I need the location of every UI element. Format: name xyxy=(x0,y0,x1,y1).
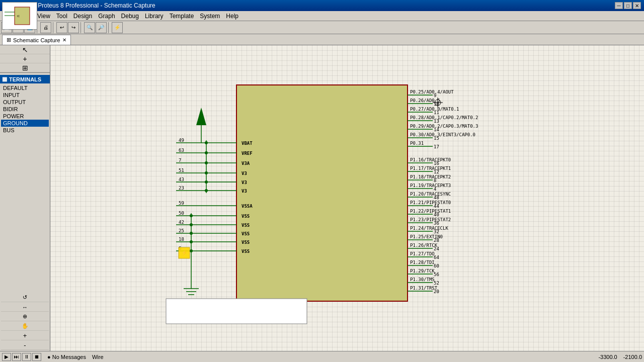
separator-2 xyxy=(53,22,55,33)
print-button[interactable]: 🖨 xyxy=(40,22,51,33)
zoom-area-tool[interactable]: ⊕ xyxy=(1,312,49,321)
maximize-button[interactable]: □ xyxy=(624,2,632,9)
terminal-item-bus[interactable]: BUS xyxy=(1,127,49,134)
svg-text:7: 7 xyxy=(179,158,181,163)
svg-text:VBAT: VBAT xyxy=(242,141,253,146)
menu-item-library[interactable]: Library xyxy=(142,11,167,21)
terminals-header: ▦ TERMINALS xyxy=(0,75,50,83)
svg-text:P0.31: P0.31 xyxy=(410,141,424,146)
svg-text:36: 36 xyxy=(434,221,439,226)
svg-text:P0.30/AD0.3/EINT3/CAP0.0: P0.30/AD0.3/EINT3/CAP0.0 xyxy=(410,132,475,137)
mode-text: Wire xyxy=(92,354,104,360)
svg-text:63: 63 xyxy=(179,148,184,153)
pan-tool[interactable]: ✋ xyxy=(1,322,49,331)
svg-text:V3: V3 xyxy=(242,189,247,194)
rotate-tool[interactable]: ↺ xyxy=(1,293,49,302)
wire-tool[interactable]: ⊞ xyxy=(0,63,50,72)
menu-item-graph[interactable]: Graph xyxy=(95,11,118,21)
svg-text:V3: V3 xyxy=(242,171,247,176)
svg-text:P0.25/AD0.4/AOUT: P0.25/AD0.4/AOUT xyxy=(410,89,454,95)
menu-item-design[interactable]: Design xyxy=(70,11,95,21)
terminal-item-ground[interactable]: GROUND xyxy=(1,120,49,127)
stop-button[interactable]: ⏹ xyxy=(32,353,41,361)
svg-text:P1.21/PIPESTAT0: P1.21/PIPESTAT0 xyxy=(410,200,451,205)
svg-text:15: 15 xyxy=(434,136,439,141)
svg-text:VSS: VSS xyxy=(242,214,250,219)
side-tools: ↺ ↔ ⊕ ✋ + - xyxy=(0,292,50,351)
separator-4 xyxy=(108,22,110,33)
svg-text:12: 12 xyxy=(434,169,439,174)
minus-tool[interactable]: - xyxy=(1,341,49,350)
step-button[interactable]: ⏭ xyxy=(12,353,21,361)
svg-text:P1.16/TRACEPKT0: P1.16/TRACEPKT0 xyxy=(410,157,451,162)
terminal-item-power[interactable]: POWER xyxy=(1,113,49,120)
mini-preview: IC xyxy=(2,2,37,30)
svg-text:13: 13 xyxy=(434,119,439,124)
svg-text:VSS: VSS xyxy=(242,249,250,254)
play-button[interactable]: ▶ xyxy=(2,353,11,361)
redo-button[interactable]: ↪ xyxy=(68,22,79,33)
plus-tool[interactable]: + xyxy=(1,331,49,340)
svg-text:59: 59 xyxy=(179,201,184,206)
toolbar: 📄 📂 💾 🖨 ↩ ↪ 🔍 🔎 ⚡ xyxy=(0,21,644,34)
svg-text:P1.30/TMS: P1.30/TMS xyxy=(410,277,435,282)
close-button[interactable]: ✕ xyxy=(633,2,641,9)
zoom-in-button[interactable]: 🔍 xyxy=(84,22,95,33)
svg-text:64: 64 xyxy=(434,255,439,260)
menu-item-system[interactable]: System xyxy=(197,11,223,21)
undo-button[interactable]: ↩ xyxy=(56,22,67,33)
component-panel: ▦ TERMINALS DEFAULTINPUTOUTPUTBIDIRPOWER… xyxy=(0,75,50,292)
svg-text:VSS: VSS xyxy=(242,231,250,236)
transport-controls: ▶ ⏭ ⏸ ⏹ xyxy=(2,353,41,361)
zoom-out-button[interactable]: 🔎 xyxy=(96,22,107,33)
svg-text:48: 48 xyxy=(434,195,439,200)
svg-text:P0.29/AD0.2/CAP0.3/MAT0.3: P0.29/AD0.2/CAP0.3/MAT0.3 xyxy=(410,124,478,129)
svg-text:16: 16 xyxy=(434,161,439,166)
svg-text:P1.27/TDO: P1.27/TDO xyxy=(410,251,435,256)
coord-x: -3300.0 xyxy=(598,354,617,360)
component-list: DEFAULTINPUTOUTPUTBIDIRPOWERGROUNDBUS xyxy=(0,83,50,135)
svg-text:P1.29/TCK: P1.29/TCK xyxy=(410,268,435,274)
svg-text:18: 18 xyxy=(179,237,184,242)
svg-text:56: 56 xyxy=(434,272,439,277)
pause-button[interactable]: ⏸ xyxy=(22,353,31,361)
menu-item-template[interactable]: Template xyxy=(167,11,197,21)
flip-tool[interactable]: ↔ xyxy=(1,303,49,312)
terminal-item-bidir[interactable]: BIDIR xyxy=(1,106,49,113)
svg-text:P1.24/TRACECLK: P1.24/TRACECLK xyxy=(410,226,448,231)
svg-text:28: 28 xyxy=(434,238,439,243)
terminal-item-input[interactable]: INPUT xyxy=(1,92,49,99)
svg-text:24: 24 xyxy=(434,246,439,251)
terminal-item-output[interactable]: OUTPUT xyxy=(1,99,49,106)
svg-text:P1.22/PIPESTAT1: P1.22/PIPESTAT1 xyxy=(410,209,451,214)
terminal-item-default[interactable]: DEFAULT xyxy=(1,84,49,92)
svg-text:42: 42 xyxy=(179,220,184,225)
svg-text:40: 40 xyxy=(434,212,439,217)
terminals-icon: ▦ xyxy=(2,76,7,82)
menu-item-tool[interactable]: Tool xyxy=(53,11,70,21)
svg-text:P1.17/TRACEPKT1: P1.17/TRACEPKT1 xyxy=(410,166,451,171)
svg-text:14: 14 xyxy=(434,127,439,132)
tab-close-button[interactable]: ✕ xyxy=(62,37,66,43)
menu-item-debug[interactable]: Debug xyxy=(118,11,142,21)
no-messages-icon: ● xyxy=(47,354,51,360)
schematic-svg: LPC2138 P0.25/AD0.4/AOUT 9 P0.26/AD0.5 1… xyxy=(50,45,644,351)
svg-text:25: 25 xyxy=(179,228,184,233)
svg-text:P1.20/TRACESYNC: P1.20/TRACESYNC xyxy=(410,192,451,197)
svg-text:P0.28/AD0.1/CAP0.2/MAT0.2: P0.28/AD0.1/CAP0.2/MAT0.2 xyxy=(410,115,478,120)
component-tool[interactable]: + xyxy=(0,54,50,63)
wire-button[interactable]: ⚡ xyxy=(112,22,123,33)
canvas-area[interactable]: LPC2138 P0.25/AD0.4/AOUT 9 P0.26/AD0.5 1… xyxy=(50,45,644,351)
svg-text:23: 23 xyxy=(179,186,184,191)
svg-text:P1.28/TDI: P1.28/TDI xyxy=(410,260,435,265)
statusbar: ▶ ⏭ ⏸ ⏹ ● No Messages Wire -3300.0 -2100… xyxy=(0,351,644,362)
select-tool[interactable]: ↖ xyxy=(0,45,50,54)
titlebar: UNTITLED - Proteus 8 Professional - Sche… xyxy=(0,0,644,11)
svg-text:17: 17 xyxy=(434,144,439,149)
svg-text:32: 32 xyxy=(434,229,439,234)
menu-item-help[interactable]: Help xyxy=(223,11,242,21)
schematic-capture-tab[interactable]: ⊞ Schematic Capture ✕ xyxy=(2,35,71,45)
main-area: ↖ + ⊞ IC ▦ TERMINALS DEFAULTINPUTOUTPUTB… xyxy=(0,45,644,351)
minimize-button[interactable]: ─ xyxy=(615,2,623,9)
vcc-arrow xyxy=(196,108,206,125)
